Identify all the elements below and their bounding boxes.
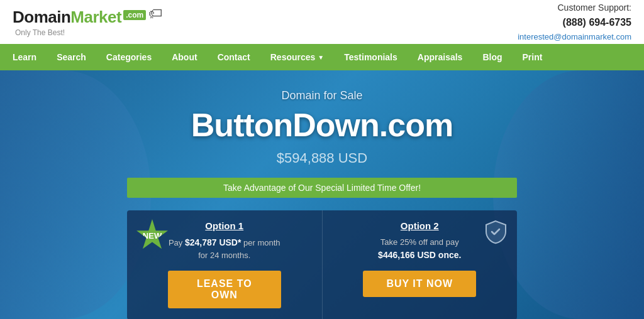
domain-price-display: $594,888 USD: [277, 150, 367, 166]
logo-com-badge: .com: [123, 10, 146, 20]
option1-price: $24,787 USD*: [185, 237, 242, 247]
options-container: NEW Option 1 Pay $24,787 USD* per monthf…: [127, 210, 517, 319]
header: Domain Market .com 🏷 Only The Best! Cust…: [0, 0, 644, 44]
shield-icon: [483, 219, 508, 244]
new-badge: NEW: [136, 219, 169, 252]
support-label: Customer Support:: [518, 1, 631, 14]
option2-price: $446,166 USD once.: [378, 250, 461, 260]
logo-area: Domain Market .com 🏷 Only The Best!: [13, 8, 162, 37]
option2-description: Take 25% off and pay $446,166 USD once.: [378, 236, 461, 262]
option1-description: Pay $24,787 USD* per monthfor 24 months.: [169, 236, 280, 262]
customer-support: Customer Support: (888) 694-6735 interes…: [518, 1, 631, 44]
nav-item-appraisals[interactable]: Appraisals: [408, 44, 473, 70]
nav-item-about[interactable]: About: [162, 44, 207, 70]
nav-item-learn[interactable]: Learn: [3, 44, 47, 70]
support-email: interested@domainmarket.com: [518, 31, 631, 44]
buy-it-now-button[interactable]: BUY IT NOW: [363, 271, 476, 297]
hero-section: Domain for Sale ButtonDown.com $594,888 …: [0, 70, 644, 319]
nav-item-blog[interactable]: Blog: [472, 44, 512, 70]
logo-market-text: Market: [70, 8, 121, 27]
domain-name-display: ButtonDown.com: [191, 106, 453, 144]
option2-title: Option 2: [401, 220, 439, 231]
navbar: Learn Search Categories About Contact Re…: [0, 44, 644, 70]
option1-title: Option 1: [205, 220, 243, 231]
support-phone: (888) 694-6735: [518, 14, 631, 31]
resources-dropdown-arrow: ▼: [318, 54, 324, 61]
domain-for-sale-label: Domain for Sale: [281, 89, 362, 102]
lease-to-own-button[interactable]: LEASE TO OWN: [168, 271, 281, 308]
nav-item-contact[interactable]: Contact: [208, 44, 260, 70]
nav-item-search[interactable]: Search: [47, 44, 96, 70]
option1-box: NEW Option 1 Pay $24,787 USD* per monthf…: [127, 210, 323, 319]
logo-domain-text: Domain: [13, 8, 70, 27]
special-offer-bar: Take Advantage of Our Special Limited Ti…: [127, 178, 517, 198]
logo-top: Domain Market .com 🏷: [13, 8, 162, 27]
logo-tagline: Only The Best!: [15, 28, 65, 37]
nav-item-categories[interactable]: Categories: [96, 44, 162, 70]
nav-item-resources[interactable]: Resources ▼: [260, 44, 335, 70]
hero-content: Domain for Sale ButtonDown.com $594,888 …: [0, 89, 644, 319]
logo-sign-icon: 🏷: [148, 6, 162, 22]
nav-item-testimonials[interactable]: Testimonials: [334, 44, 408, 70]
nav-item-print[interactable]: Print: [513, 44, 553, 70]
option2-box: Option 2 Take 25% off and pay $446,166 U…: [323, 210, 518, 319]
